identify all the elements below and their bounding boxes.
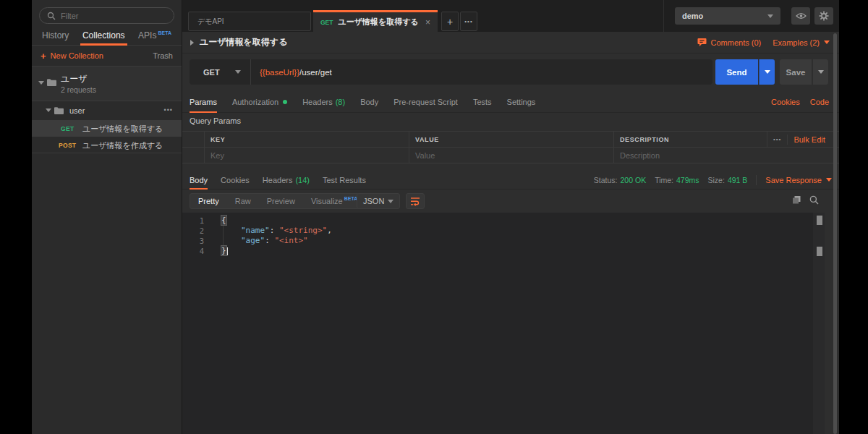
method-dropdown[interactable]: GET (190, 59, 250, 85)
view-preview[interactable]: Preview (259, 194, 303, 208)
view-label: Visualize (311, 197, 343, 205)
search-icon[interactable] (809, 195, 819, 205)
response-tab-body[interactable]: Body (190, 171, 208, 189)
query-params-row (182, 148, 839, 163)
main-panel: デモAPI GET ユーザ情報を取得する × + ••• demo (182, 0, 839, 434)
wrap-text-icon (410, 197, 420, 206)
editor-scroll-gutter[interactable] (813, 213, 825, 434)
tab-label: Headers (263, 176, 293, 184)
param-value-input[interactable] (415, 151, 613, 160)
chevron-down-icon (767, 14, 773, 18)
response-meta: Status:200 OK Time:479ms Size:491 B Save… (594, 175, 832, 185)
bulk-edit-link[interactable]: Bulk Edit (793, 135, 825, 144)
url-bar: GET {{baseUrl}}/user/get Send Save (182, 54, 839, 91)
method-badge-post: POST (59, 142, 76, 149)
sidebar-tab-collections[interactable]: Collections (82, 26, 125, 45)
new-collection-button[interactable]: +New Collection (41, 51, 103, 61)
tab-tests[interactable]: Tests (473, 91, 492, 112)
collection-name: ユーザ (61, 73, 88, 85)
examples-dropdown[interactable]: Examples (2) (773, 38, 830, 47)
line-number-gutter: 1 2 3 4 (182, 216, 204, 256)
code-line: "name": "<string>", (221, 226, 332, 236)
copy-icon[interactable] (792, 195, 801, 205)
vertical-scrollbar[interactable] (833, 33, 837, 434)
url-input-box[interactable]: GET {{baseUrl}}/user/get (190, 59, 712, 85)
beta-badge: BETA (344, 196, 358, 201)
collection-item-user[interactable]: ユーザ 2 requests (32, 67, 182, 101)
column-description: DESCRIPTION (613, 132, 767, 147)
query-params-title: Query Params (190, 116, 241, 125)
format-dropdown[interactable]: JSON (357, 193, 400, 209)
tab-settings[interactable]: Settings (507, 91, 536, 112)
response-tab-cookies[interactable]: Cookies (221, 171, 250, 189)
search-icon (47, 12, 56, 20)
more-options-icon[interactable]: ••• (773, 136, 781, 142)
chevron-down-icon (388, 200, 393, 203)
text-cursor (227, 247, 228, 255)
line-number: 3 (182, 236, 204, 246)
save-button[interactable]: Save (780, 59, 812, 85)
caret-down-icon[interactable] (46, 109, 51, 112)
row-handle[interactable] (182, 148, 204, 163)
send-options-button[interactable] (759, 59, 775, 85)
environment-quick-look-button[interactable] (791, 7, 810, 25)
folder-item-user[interactable]: user ••• (32, 101, 182, 120)
code-line: } (221, 246, 332, 256)
tab-active-request[interactable]: GET ユーザ情報を取得する × (313, 10, 438, 32)
comments-button[interactable]: Comments (0) (697, 38, 762, 47)
code-link[interactable]: Code (810, 98, 829, 106)
tab-authorization[interactable]: Authorization (232, 91, 287, 112)
response-editor[interactable]: 1 2 3 4 { "name": "<string>", "age": "<i… (182, 213, 825, 434)
settings-gear-button[interactable] (814, 7, 833, 25)
response-tab-test-results[interactable]: Test Results (323, 171, 366, 189)
params-actions: ••• Bulk Edit (767, 132, 839, 147)
folder-icon (47, 79, 56, 86)
url-input[interactable]: {{baseUrl}}/user/get (251, 68, 332, 77)
sidebar-tab-history[interactable]: History (42, 26, 69, 45)
save-options-button[interactable] (812, 59, 828, 85)
trash-button[interactable]: Trash (153, 51, 173, 60)
tab-pre-request-script[interactable]: Pre-request Script (393, 91, 458, 112)
editor-scroll-mark (817, 216, 822, 225)
filter-input[interactable] (61, 12, 166, 20)
row-handle-column (182, 132, 204, 147)
filter-box[interactable] (39, 7, 174, 24)
more-options-icon[interactable]: ••• (164, 106, 173, 114)
new-tab-button[interactable]: + (441, 12, 459, 31)
tab-body[interactable]: Body (360, 91, 378, 112)
tab-options-button[interactable]: ••• (460, 12, 477, 31)
tab-params[interactable]: Params (190, 91, 217, 112)
param-key-input[interactable] (210, 151, 409, 160)
wrap-text-button[interactable] (406, 193, 425, 209)
request-item-post[interactable]: POST ユーザ情報を作成する (32, 137, 182, 153)
divider (32, 153, 182, 153)
sidebar: History Collections APIsBETA +New Collec… (32, 0, 182, 434)
response-view-switcher: Pretty Raw Preview VisualizeBETA (190, 193, 366, 209)
response-tab-headers[interactable]: Headers(14) (263, 171, 310, 189)
method-badge-get: GET (61, 125, 74, 132)
title-actions: Comments (0) Examples (2) (697, 38, 830, 47)
param-description-input[interactable] (620, 151, 839, 160)
request-item-get[interactable]: GET ユーザ情報を取得する (32, 120, 182, 137)
environment-selector[interactable]: demo (675, 7, 780, 25)
chevron-down-icon (818, 70, 824, 74)
save-response-dropdown[interactable]: Save Response (765, 176, 832, 184)
response-tabs: Body Cookies Headers(14) Test Results St… (182, 171, 839, 190)
request-title-row: ユーザ情報を取得する Comments (0) Examples (2) (182, 32, 839, 54)
view-pretty[interactable]: Pretty (190, 194, 227, 208)
tab-title: ユーザ情報を取得する (338, 17, 418, 27)
tab-demo-api[interactable]: デモAPI (188, 12, 311, 31)
disclosure-triangle-icon[interactable] (190, 40, 194, 46)
tab-headers[interactable]: Headers(8) (302, 91, 345, 112)
send-button[interactable]: Send (715, 59, 758, 85)
caret-down-icon[interactable] (38, 81, 44, 85)
close-icon[interactable]: × (425, 18, 430, 27)
cookies-link[interactable]: Cookies (771, 98, 800, 106)
view-raw[interactable]: Raw (227, 194, 259, 208)
sidebar-tab-apis[interactable]: APIsBETA (138, 26, 171, 45)
sidebar-actions: +New Collection Trash (32, 46, 182, 67)
new-collection-label: New Collection (51, 51, 103, 60)
line-number: 4 (182, 246, 204, 256)
request-name: ユーザ情報を作成する (82, 140, 163, 151)
folder-name: user (69, 106, 85, 115)
